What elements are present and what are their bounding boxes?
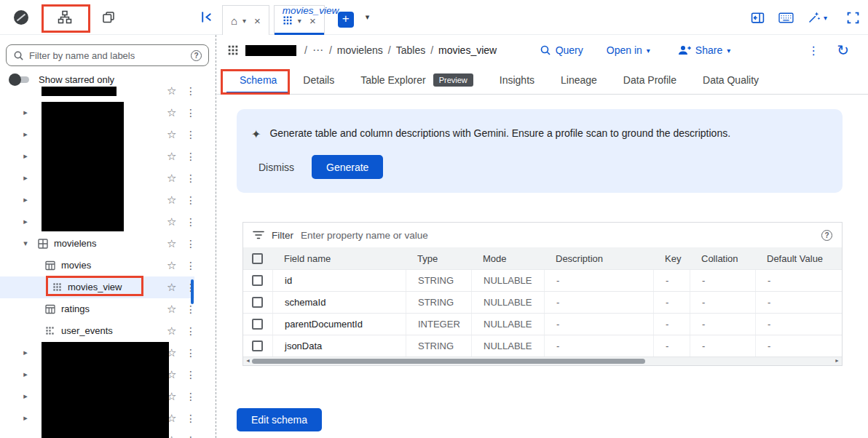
star-icon[interactable]: ☆ (167, 281, 176, 294)
filter-input[interactable] (301, 230, 814, 241)
tab-caret-icon[interactable]: ▾ (298, 17, 301, 25)
kebab-menu-icon[interactable]: ⋮ (186, 129, 196, 140)
select-all-checkbox[interactable] (252, 253, 263, 264)
kebab-menu-icon[interactable]: ⋮ (186, 216, 196, 228)
cell-default-value: - (755, 314, 842, 335)
kebab-menu-icon[interactable]: ⋮ (186, 238, 196, 250)
magic-wand-icon[interactable]: ▾ (808, 11, 827, 24)
star-icon[interactable]: ☆ (167, 128, 176, 141)
explorer-tree-icon[interactable] (50, 0, 80, 35)
dock-panel-icon[interactable] (751, 11, 765, 25)
kebab-menu-icon[interactable]: ⋮ (186, 172, 196, 184)
tab-lineage[interactable]: Lineage (548, 65, 610, 94)
scrollbar-thumb[interactable] (252, 359, 645, 364)
expand-arrow-icon[interactable]: ▸ (20, 217, 31, 226)
expand-arrow-icon[interactable]: ▸ (20, 173, 31, 183)
tab-data-profile[interactable]: Data Profile (610, 65, 690, 94)
sidebar-search-input[interactable] (29, 50, 186, 61)
wand-caret-icon[interactable]: ▾ (824, 14, 827, 22)
tab-table-explorer[interactable]: Table Explorer Preview (347, 65, 486, 94)
expand-arrow-icon[interactable]: ▸ (20, 130, 31, 139)
expand-arrow-icon[interactable]: ▸ (20, 370, 31, 379)
more-actions-kebab-icon[interactable]: ⋮ (808, 44, 819, 57)
horizontal-scrollbar[interactable]: ◄ ► (243, 357, 842, 365)
tree-row-user-events[interactable]: user_events ☆ ⋮ (0, 320, 216, 342)
tab-details[interactable]: Details (290, 65, 347, 94)
edit-schema-button[interactable]: Edit schema (237, 408, 322, 431)
star-icon[interactable]: ☆ (167, 172, 176, 185)
kebab-menu-icon[interactable]: ⋮ (186, 151, 196, 162)
query-button[interactable]: Query (540, 44, 583, 56)
open-in-button[interactable]: Open in ▾ (607, 44, 650, 56)
refresh-icon[interactable]: ↻ (837, 43, 849, 57)
tab-list-caret-icon[interactable]: ▾ (366, 12, 370, 22)
star-icon[interactable]: ☆ (167, 259, 176, 272)
expand-arrow-icon[interactable]: ▸ (20, 151, 31, 161)
breadcrumb-item-tables[interactable]: Tables (396, 44, 425, 56)
tab-movies-view[interactable]: movies_view ▾ × (274, 5, 325, 35)
kebab-menu-icon[interactable]: ⋮ (186, 369, 196, 381)
cell-key: - (653, 335, 690, 357)
tree-row-movies[interactable]: movies ☆ ⋮ (0, 255, 216, 276)
tree-row-movies-view[interactable]: movies_view ☆ ⋮ (0, 276, 194, 298)
collapse-arrow-icon[interactable]: ▾ (20, 239, 31, 248)
expand-arrow-icon[interactable]: ▸ (20, 391, 31, 401)
new-tab-button[interactable]: + (338, 12, 354, 28)
overlapping-windows-icon[interactable] (93, 0, 124, 35)
tab-caret-icon[interactable]: ▾ (242, 17, 246, 25)
kebab-menu-icon[interactable]: ⋮ (186, 85, 196, 97)
kebab-menu-icon[interactable]: ⋮ (186, 303, 196, 315)
tree-row-movielens[interactable]: ▾ movielens ☆ ⋮ (0, 233, 216, 255)
filter-help-icon[interactable]: ? (821, 230, 832, 241)
compass-icon[interactable] (6, 0, 36, 35)
row-checkbox[interactable] (252, 319, 263, 330)
expand-arrow-icon[interactable]: ▸ (20, 108, 31, 117)
star-icon[interactable]: ☆ (167, 106, 176, 119)
share-button[interactable]: Share ▾ (678, 44, 730, 56)
kebab-menu-icon[interactable]: ⋮ (186, 107, 196, 119)
breadcrumb-item-dataset[interactable]: movielens (337, 44, 383, 56)
tab-data-quality[interactable]: Data Quality (690, 65, 772, 94)
kebab-menu-icon[interactable]: ⋮ (186, 194, 196, 206)
kebab-menu-icon[interactable]: ⋮ (186, 260, 196, 271)
tree-row-ratings[interactable]: ratings ☆ ⋮ (0, 298, 216, 320)
star-icon[interactable]: ☆ (167, 237, 176, 250)
collapse-sidebar-icon[interactable] (200, 10, 213, 24)
tab-schema[interactable]: Schema (226, 65, 290, 94)
scroll-left-icon[interactable]: ◄ (245, 358, 250, 363)
star-icon[interactable]: ☆ (167, 324, 176, 338)
tree-row-redacted[interactable]: ☆ ⋮ (0, 84, 216, 102)
view-grid-icon (283, 15, 293, 25)
collapse-arrow-icon[interactable]: ▾ (20, 435, 31, 438)
row-checkbox[interactable] (252, 275, 263, 286)
scroll-right-icon[interactable]: ► (835, 358, 840, 363)
star-icon[interactable]: ☆ (167, 215, 176, 228)
kebab-menu-icon[interactable]: ⋮ (186, 391, 196, 402)
expand-arrow-icon[interactable]: ▸ (20, 348, 31, 357)
breadcrumb-separator: / (329, 44, 332, 56)
star-icon[interactable]: ☆ (167, 84, 176, 97)
tab-home[interactable]: ⌂ ▾ × (222, 5, 269, 35)
tab-insights[interactable]: Insights (486, 65, 548, 94)
star-icon[interactable]: ☆ (167, 303, 176, 316)
kebab-menu-icon[interactable]: ⋮ (186, 325, 196, 337)
row-checkbox[interactable] (252, 341, 263, 351)
expand-arrow-icon[interactable]: ▸ (20, 195, 31, 204)
fullscreen-icon[interactable] (847, 12, 859, 24)
tab-close-icon[interactable]: × (254, 15, 261, 27)
cell-field-name: parentDocumentId (272, 314, 406, 335)
star-icon[interactable]: ☆ (167, 194, 176, 207)
expand-arrow-icon[interactable]: ▸ (20, 413, 31, 423)
tree-scrollbar-thumb[interactable] (191, 279, 194, 304)
generate-button[interactable]: Generate (312, 155, 383, 179)
kebab-menu-icon[interactable]: ⋮ (186, 434, 196, 438)
kebab-menu-icon[interactable]: ⋮ (186, 413, 196, 424)
kebab-menu-icon[interactable]: ⋮ (186, 347, 196, 359)
keyboard-icon[interactable] (778, 12, 794, 23)
dismiss-button[interactable]: Dismiss (251, 156, 301, 179)
tab-close-icon[interactable]: × (309, 15, 316, 27)
star-icon[interactable]: ☆ (167, 150, 176, 163)
row-checkbox[interactable] (252, 297, 263, 308)
breadcrumb-overflow-button[interactable]: ⋯ (312, 44, 324, 57)
search-help-icon[interactable]: ? (191, 50, 202, 61)
